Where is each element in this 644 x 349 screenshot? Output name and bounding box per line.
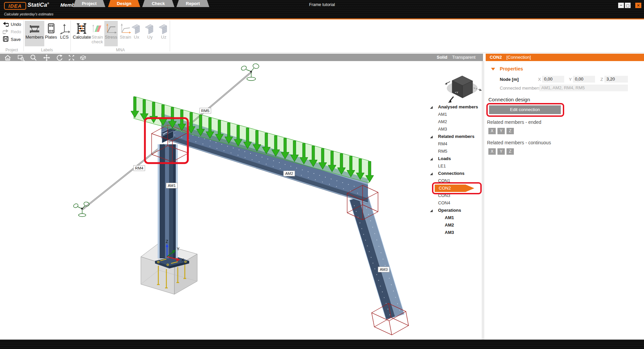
related-continuous-z-button[interactable]: Z (506, 148, 514, 155)
maximize-button[interactable]: ▢ (625, 3, 631, 8)
zoom-window-icon[interactable] (17, 54, 25, 61)
minimize-button[interactable]: – (618, 3, 624, 8)
ribbon-separator (170, 20, 170, 51)
related-ended-z-button[interactable]: Z (506, 128, 514, 134)
connected-members-field[interactable]: AM1, AM2, RM4, RM5 (539, 85, 628, 91)
related-ended-x-button[interactable]: X (488, 128, 496, 134)
redo-button[interactable]: Redo (3, 29, 21, 36)
strain-check-label: Strain check (91, 35, 104, 44)
pan-icon[interactable] (43, 54, 50, 61)
uy-button[interactable]: Uy (144, 21, 156, 46)
tree-group-connections[interactable]: Connections (426, 170, 484, 177)
group-label-project: Project (0, 48, 23, 52)
lcs-icon (59, 23, 70, 34)
calculate-button[interactable]: Calculate (73, 21, 90, 46)
solid-box-icon[interactable] (79, 54, 87, 61)
z-axis-label: Z (166, 239, 168, 244)
undo-icon (3, 21, 9, 27)
tree-group-related-members[interactable]: Related members (426, 133, 484, 140)
tree-item-operations-am3[interactable]: AM3 (426, 229, 484, 236)
svg-text:AM1: AM1 (168, 184, 176, 188)
strain-icon (120, 23, 131, 34)
fit-view-icon[interactable] (68, 54, 75, 61)
plates-icon (45, 23, 57, 34)
viewport-toolbar: Solid Transparent (0, 54, 483, 61)
tree-item-le1[interactable]: LE1 (426, 162, 484, 170)
tab-design[interactable]: Design (108, 0, 140, 7)
support-left (73, 201, 90, 216)
node-y-field[interactable]: 0,00 (573, 76, 595, 83)
tree-group-loads[interactable]: Loads (426, 155, 484, 162)
stress-button[interactable]: Stress (104, 21, 118, 46)
redo-label: Redo (11, 29, 21, 34)
save-button[interactable]: Save (3, 36, 21, 43)
undo-button[interactable]: Undo (3, 21, 21, 28)
calculate-label: Calculate (73, 35, 90, 40)
related-ended-y-button[interactable]: Y (497, 128, 505, 134)
tab-project[interactable]: Project (73, 0, 105, 7)
tree-item-rm5[interactable]: RM5 (426, 148, 484, 155)
tagline: Calculate yesterday's estimates (4, 12, 53, 16)
home-icon[interactable] (4, 54, 11, 61)
tree-item-am3[interactable]: AM3 (426, 126, 484, 133)
uz-button[interactable]: Uz (158, 21, 169, 46)
tree-item-am1[interactable]: AM1 (426, 111, 484, 118)
members-icon (29, 23, 40, 34)
tree-item-operations-am1[interactable]: AM1 (426, 214, 484, 221)
properties-collapse-icon[interactable] (491, 68, 495, 70)
strain-check-button[interactable]: Strain check (91, 21, 104, 46)
node-x-field[interactable]: 0,00 (542, 76, 564, 83)
rotate-icon[interactable] (56, 54, 63, 61)
lcs-button[interactable]: LCS (59, 21, 70, 46)
expander-icon[interactable] (430, 106, 433, 109)
expander-icon[interactable] (430, 209, 433, 212)
tab-report[interactable]: Report (176, 0, 209, 7)
tree-group-analysed-members[interactable]: Analysed members (426, 103, 484, 111)
tree-item-am2[interactable]: AM2 (426, 118, 484, 126)
expander-icon[interactable] (430, 172, 433, 175)
plates-button[interactable]: Plates (44, 21, 58, 46)
lcs-label: LCS (59, 35, 70, 40)
expander-icon[interactable] (430, 158, 433, 160)
view-mode-solid[interactable]: Solid (437, 54, 447, 61)
annotation-edit-connection-box (486, 103, 564, 117)
members-button[interactable]: Members (25, 21, 44, 46)
tree-item-con4[interactable]: CON4 (426, 199, 484, 207)
scene-3d[interactable]: RM5 RM4 AM1 AM2 AM3 Z Y X +Y (0, 61, 484, 340)
member-label-am2[interactable]: AM2 (283, 171, 295, 176)
panel-header-code: CON2 (490, 55, 502, 60)
expander-icon[interactable] (430, 136, 433, 138)
tab-check[interactable]: Check (142, 0, 174, 7)
related-continuous-y-button[interactable]: Y (497, 148, 505, 155)
uz-label: Uz (158, 35, 169, 40)
strain-label: Strain (118, 35, 132, 40)
uy-label: Uy (144, 35, 156, 40)
zoom-icon[interactable] (30, 54, 37, 61)
ribbon-separator (70, 20, 71, 51)
member-label-rm5[interactable]: RM5 (200, 108, 211, 113)
ux-label: Ux (131, 35, 142, 40)
tree-item-rm4[interactable]: RM4 (426, 140, 484, 148)
node-y-label: Y (569, 77, 572, 82)
member-am3[interactable] (350, 195, 404, 319)
related-continuous-x-button[interactable]: X (488, 148, 496, 155)
panel-header: CON2 [Connection] (486, 54, 644, 61)
navigation-cube[interactable]: +Y (445, 76, 482, 103)
properties-panel: CON2 [Connection] Properties Node [m] X … (486, 54, 644, 340)
member-label-am1[interactable]: AM1 (166, 183, 177, 188)
strain-check-icon (92, 23, 103, 34)
strain-button[interactable]: Strain (118, 21, 132, 46)
ux-button[interactable]: Ux (131, 21, 142, 46)
tree-item-operations-am2[interactable]: AM2 (426, 221, 484, 229)
close-button[interactable]: ✕ (635, 3, 641, 8)
node-z-field[interactable]: 3,20 (604, 76, 628, 83)
member-label-rm4[interactable]: RM4 (133, 165, 145, 171)
view-mode-transparent[interactable]: Transparent (452, 54, 476, 61)
tree-group-operations[interactable]: Operations (426, 207, 484, 214)
save-label: Save (11, 37, 21, 42)
svg-text:AM2: AM2 (285, 171, 293, 176)
node-z-label: Z (600, 77, 603, 82)
x-axis-label: X (181, 258, 184, 262)
members-label: Members (25, 35, 44, 40)
member-label-am3[interactable]: AM3 (378, 267, 389, 272)
